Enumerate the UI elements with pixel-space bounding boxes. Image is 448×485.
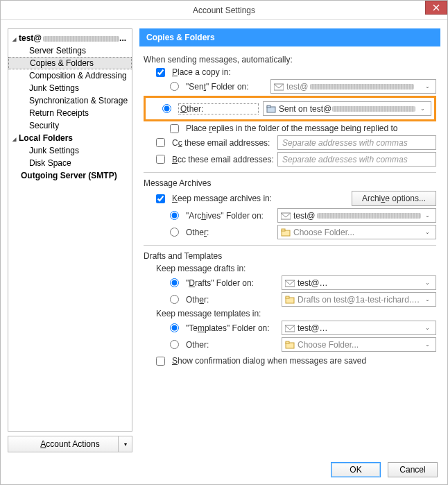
chevron-down-icon: ⌄: [422, 83, 433, 90]
templates-other-row: Other: Choose Folder... ⌄: [144, 337, 436, 352]
titlebar: Account Settings: [1, 1, 447, 20]
keep-archives-checkbox[interactable]: [156, 194, 165, 203]
sent-folder-combo[interactable]: test@ ⌄: [270, 79, 436, 94]
templates-folder-radio[interactable]: [170, 323, 179, 332]
drafts-other-label: Other:: [186, 295, 277, 305]
chevron-down-icon: ⌄: [422, 280, 433, 286]
place-copy-row: Place a copy in:: [144, 67, 436, 77]
window-title: Account Settings: [193, 6, 255, 15]
cc-checkbox[interactable]: [156, 138, 165, 147]
drafts-other-radio[interactable]: [170, 295, 179, 304]
tree-security[interactable]: Security: [8, 119, 132, 132]
folder-icon: [285, 340, 295, 350]
templates-other-combo[interactable]: Choose Folder... ⌄: [282, 337, 436, 352]
archives-other-combo[interactable]: Choose Folder... ⌄: [277, 225, 436, 239]
dialog-footer: OK Cancel: [1, 455, 447, 484]
redacted-account: [43, 36, 119, 42]
tree-junk[interactable]: Junk Settings: [8, 82, 132, 94]
templates-folder-row: "Templates" Folder on: test@ ⌄: [144, 321, 436, 335]
tree-local-folders[interactable]: Local Folders: [8, 132, 132, 144]
separator: [144, 245, 436, 246]
tree-outgoing-smtp[interactable]: Outgoing Server (SMTP): [8, 169, 132, 182]
place-replies-checkbox[interactable]: [170, 124, 179, 133]
close-icon: [433, 4, 440, 11]
chevron-down-icon: ⌄: [422, 325, 433, 331]
account-settings-window: Account Settings test@... Server Setting…: [0, 0, 448, 485]
archives-folder-radio[interactable]: [170, 211, 179, 220]
tree-sync-storage[interactable]: Synchronization & Storage: [8, 94, 132, 107]
other-folder-row: Other: Sent on test@ ⌄: [148, 101, 431, 116]
sent-folder-label: "Sent" Folder on:: [186, 82, 266, 92]
place-copy-label: Place a copy in:: [172, 67, 231, 77]
tree-disk-space[interactable]: Disk Space: [8, 157, 132, 169]
templates-folder-label: "Templates" Folder on:: [186, 323, 277, 333]
archives-other-radio[interactable]: [170, 228, 179, 237]
bcc-field[interactable]: Separate addresses with commas: [277, 152, 436, 167]
templates-other-label: Other:: [186, 340, 277, 350]
templates-folder-combo[interactable]: test@ ⌄: [282, 321, 436, 335]
account-actions-label: Account Actions: [40, 439, 99, 449]
place-replies-row: Place replies in the folder of the messa…: [144, 124, 436, 133]
folder-icon: [266, 104, 276, 114]
tree-server-settings[interactable]: Server Settings: [8, 44, 132, 57]
drafts-folder-radio[interactable]: [170, 278, 179, 287]
account-actions-button[interactable]: Account Actions ▾: [8, 436, 132, 452]
folder-icon: [285, 295, 295, 305]
svg-rect-4: [267, 105, 270, 108]
chevron-down-icon: ⌄: [422, 296, 433, 303]
keep-drafts-label: Keep message drafts in:: [144, 264, 436, 273]
account-tree[interactable]: test@... Server Settings Copies & Folder…: [8, 28, 132, 432]
show-confirmation-checkbox[interactable]: [156, 357, 165, 366]
show-confirmation-row: Show confirmation dialog when messages a…: [144, 356, 436, 366]
other-highlight: Other: Sent on test@ ⌄: [144, 96, 436, 121]
sending-intro: When sending messages, automatically:: [144, 55, 436, 65]
drafts-other-row: Other: Drafts on test@1a-test-richard.1a…: [144, 292, 436, 307]
section-header: Copies & Folders: [139, 28, 440, 46]
archives-other-row: Other: Choose Folder... ⌄: [144, 225, 436, 239]
bcc-checkbox[interactable]: [156, 155, 165, 164]
bcc-row: Bcc these email addresses: Separate addr…: [144, 152, 436, 167]
keep-archives-row: Keep message archives in: Archive option…: [144, 191, 436, 206]
other-folder-radio[interactable]: [162, 104, 171, 113]
other-folder-label: Other:: [178, 103, 259, 114]
archive-options-button[interactable]: Archive options...: [352, 191, 436, 206]
cancel-button[interactable]: Cancel: [388, 462, 438, 477]
archives-folder-label: "Archives" Folder on:: [186, 211, 273, 221]
chevron-down-icon: ⌄: [417, 105, 428, 112]
bcc-label: Bcc these email addresses:: [172, 155, 273, 164]
archives-folder-row: "Archives" Folder on: test@ ⌄: [144, 208, 436, 223]
ok-button[interactable]: OK: [331, 462, 381, 477]
templates-other-radio[interactable]: [170, 340, 179, 349]
tree-copies-folders[interactable]: Copies & Folders: [8, 57, 132, 69]
archives-folder-combo[interactable]: test@ ⌄: [277, 208, 436, 223]
separator: [144, 172, 436, 173]
other-folder-combo[interactable]: Sent on test@ ⌄: [263, 101, 431, 116]
drafts-folder-label: "Drafts" Folder on:: [186, 278, 277, 288]
chevron-down-icon: ⌄: [422, 341, 433, 348]
sidebar: test@... Server Settings Copies & Folder…: [8, 28, 132, 452]
cc-row: Cc these email addresses: Separate addre…: [144, 135, 436, 150]
mail-account-icon: [285, 278, 295, 288]
place-copy-checkbox[interactable]: [156, 68, 165, 77]
tree-account-root[interactable]: test@...: [8, 32, 132, 44]
cc-field[interactable]: Separate addresses with commas: [277, 135, 436, 150]
sent-folder-row: "Sent" Folder on: test@ ⌄: [144, 79, 436, 94]
close-button[interactable]: [425, 1, 447, 15]
archives-heading: Message Archives: [144, 178, 436, 188]
svg-rect-7: [282, 229, 285, 231]
tree-composition[interactable]: Composition & Addressing: [8, 69, 132, 82]
drafts-other-combo[interactable]: Drafts on test@1a-test-richard.1afa.co..…: [282, 292, 436, 307]
place-replies-label: Place replies in the folder of the messa…: [186, 124, 398, 133]
cc-label: Cc these email addresses:: [172, 138, 273, 148]
svg-rect-10: [286, 296, 289, 298]
drafts-folder-combo[interactable]: test@ ⌄: [282, 275, 436, 290]
main-panel: Copies & Folders When sending messages, …: [139, 28, 440, 452]
sent-folder-radio[interactable]: [170, 82, 179, 91]
drafts-heading: Drafts and Templates: [144, 251, 436, 261]
drafts-folder-row: "Drafts" Folder on: test@ ⌄: [144, 275, 436, 290]
account-actions-dropdown[interactable]: ▾: [118, 436, 132, 452]
tree-return-receipts[interactable]: Return Receipts: [8, 107, 132, 119]
tree-local-junk[interactable]: Junk Settings: [8, 144, 132, 157]
chevron-down-icon: ⌄: [422, 212, 433, 219]
keep-archives-label: Keep message archives in:: [172, 194, 272, 203]
